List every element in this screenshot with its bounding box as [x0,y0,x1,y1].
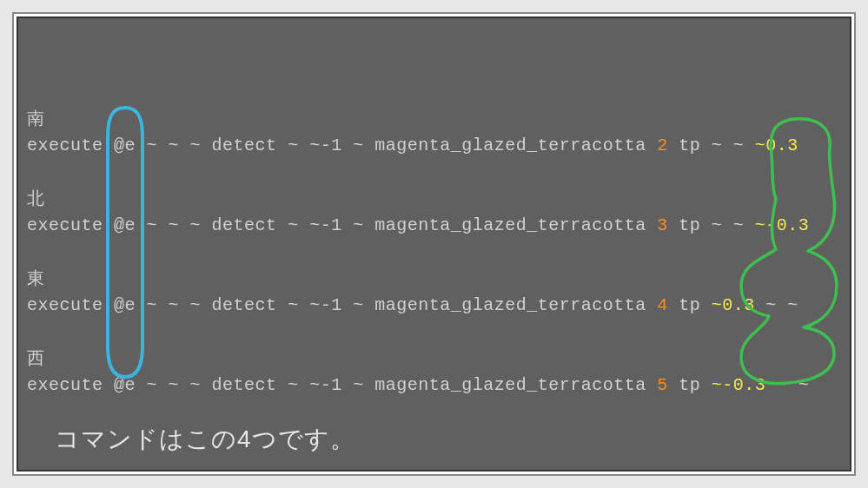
tildes1: ~ ~ ~ [147,295,202,315]
direction-label: 西 [27,347,841,372]
exec-keyword: execute [27,215,103,235]
command-block-north: 北 execute @e ~ ~ ~ detect ~ ~-1 ~ magent… [27,188,841,238]
command-list: 南 execute @e ~ ~ ~ detect ~ ~-1 ~ magent… [27,108,841,427]
tildes2: ~ ~-1 ~ [288,135,364,155]
block-id: 4 [657,295,668,315]
tp-pre: ~ ~ [712,135,755,155]
selector: @e [114,135,136,155]
tildes1: ~ ~ ~ [147,135,202,155]
exec-keyword: execute [27,295,103,315]
tp-value: ~-0.3 [755,215,810,235]
command-line: execute @e ~ ~ ~ detect ~ ~-1 ~ magenta_… [27,134,841,158]
command-line: execute @e ~ ~ ~ detect ~ ~-1 ~ magenta_… [27,373,841,398]
command-block-east: 東 execute @e ~ ~ ~ detect ~ ~-1 ~ magent… [27,267,841,318]
tp-keyword: tp [679,375,700,395]
tildes2: ~ ~-1 ~ [288,215,364,235]
block-id: 3 [657,215,668,235]
tp-pre: ~ ~ [712,215,755,235]
exec-keyword: execute [27,135,103,155]
tp-value: ~0.3 [712,295,755,315]
command-line: execute @e ~ ~ ~ detect ~ ~-1 ~ magenta_… [27,214,841,238]
block-name: magenta_glazed_terracotta [374,375,646,395]
tildes1: ~ ~ ~ [147,375,202,395]
tp-keyword: tp [679,215,700,235]
command-window: 南 execute @e ~ ~ ~ detect ~ ~-1 ~ magent… [14,14,854,474]
selector: @e [114,215,136,235]
tp-value: ~0.3 [755,135,798,155]
selector: @e [114,375,136,395]
command-block-west: 西 execute @e ~ ~ ~ detect ~ ~-1 ~ magent… [27,347,841,398]
tp-keyword: tp [679,295,700,315]
block-id: 2 [657,135,668,155]
tp-post: ~ ~ [755,295,798,315]
tp-value: ~-0.3 [712,375,766,395]
block-name: magenta_glazed_terracotta [374,135,646,155]
direction-label: 東 [27,267,841,292]
selector: @e [114,295,136,315]
tildes1: ~ ~ ~ [147,215,202,235]
command-block-south: 南 execute @e ~ ~ ~ detect ~ ~-1 ~ magent… [27,108,841,158]
tildes2: ~ ~-1 ~ [288,295,364,315]
tp-keyword: tp [679,135,700,155]
detect-keyword: detect [212,375,277,395]
block-name: magenta_glazed_terracotta [374,295,646,315]
tildes2: ~ ~-1 ~ [288,375,364,395]
tp-post: ~ ~ [765,375,809,395]
detect-keyword: detect [212,215,277,235]
block-id: 5 [657,375,668,395]
direction-label: 北 [27,188,841,212]
detect-keyword: detect [212,135,277,155]
caption-text: コマンドはこの4つです。 [55,423,355,456]
direction-label: 南 [27,108,841,132]
detect-keyword: detect [212,295,277,315]
block-name: magenta_glazed_terracotta [374,215,646,235]
exec-keyword: execute [27,375,103,395]
command-line: execute @e ~ ~ ~ detect ~ ~-1 ~ magenta_… [27,293,841,318]
